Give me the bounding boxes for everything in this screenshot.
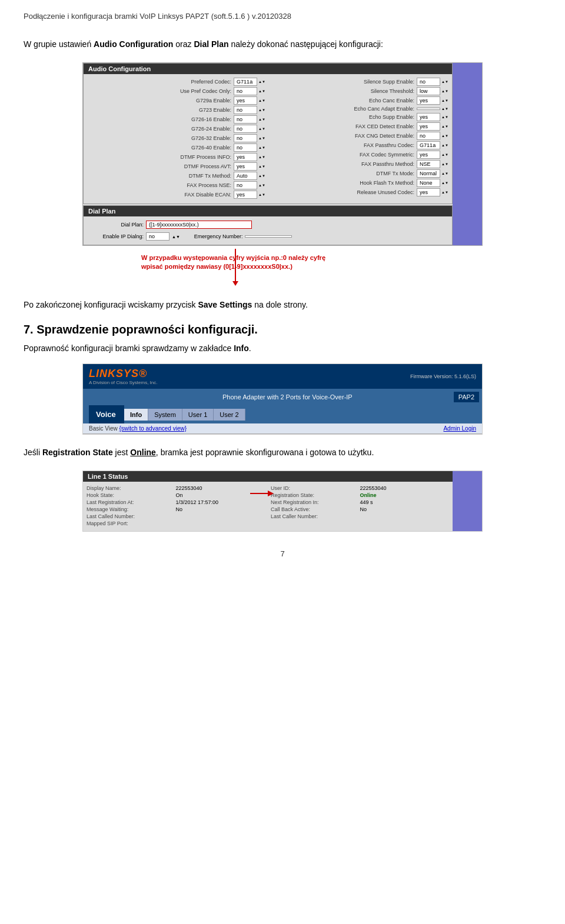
audio-right-col: Silence Supp Enable: no ▲▼ Silence Thres… bbox=[270, 78, 448, 200]
page-number: 7 bbox=[24, 549, 541, 558]
linksys-logo-block: LINKSYS® A Division of Cisco Systems, In… bbox=[89, 368, 157, 385]
line1-row: Last Caller Number: bbox=[271, 513, 449, 519]
tab-system[interactable]: System bbox=[148, 409, 182, 421]
line1-row: Display Name: 222553040 bbox=[87, 485, 265, 491]
line1-row: Last Called Number: bbox=[87, 513, 265, 519]
linksys-logo: LINKSYS® bbox=[89, 368, 147, 379]
panel-row: DTMF Process AVT: yes ▲▼ bbox=[87, 162, 265, 171]
panel-row: DTMF Process INFO: yes ▲▼ bbox=[87, 153, 265, 161]
line-status-main: Line 1 Status Display Name: 222553040 Ho… bbox=[83, 471, 453, 531]
check-config-text: Poprawność konfiguracji bramki sprawdzam… bbox=[24, 342, 541, 355]
panel-row: DTMF Tx Method: Auto ▲▼ bbox=[87, 172, 265, 180]
svg-marker-1 bbox=[268, 491, 274, 496]
line1-row: Mapped SIP Port: bbox=[87, 521, 265, 526]
panel-row: Silence Supp Enable: no ▲▼ bbox=[270, 78, 448, 86]
registration-text: Jeśli Registration State jest Online, br… bbox=[24, 446, 541, 459]
panel-row: Echo Canc Enable: yes ▲▼ bbox=[270, 96, 448, 105]
line1-left-col: Display Name: 222553040 Hook State: On L… bbox=[87, 485, 265, 528]
panel-row: G729a Enable: yes ▲▼ bbox=[87, 96, 265, 105]
blue-sidebar bbox=[453, 63, 482, 245]
line1-row: Hook State: On bbox=[87, 492, 265, 498]
save-settings-text: Po zakończonej konfiguracji wciskamy prz… bbox=[24, 299, 541, 311]
panel-row: Use Pref Codec Only: no ▲▼ bbox=[87, 87, 265, 95]
audio-config-header: Audio Configuration bbox=[84, 64, 452, 74]
annotation-area: W przypadku występowania cyfry wyjścia n… bbox=[82, 249, 483, 290]
line1-row: Last Registration At: 1/3/2012 17:57:00 bbox=[87, 499, 265, 505]
line1-panel: Line 1 Status Display Name: 222553040 Ho… bbox=[83, 471, 453, 531]
line1-header: Line 1 Status bbox=[83, 471, 453, 482]
line-status-screenshot: Line 1 Status Display Name: 222553040 Ho… bbox=[82, 471, 483, 532]
panel-row: FAX Passthru Method: NSE ▲▼ bbox=[270, 160, 448, 168]
view-bar: Basic View {switch to advanced view} Adm… bbox=[83, 423, 482, 434]
line1-right-col: User ID: 222553040 Registration State: O… bbox=[271, 485, 449, 528]
enable-ip-row: Enable IP Dialng: no ▲▼ Emergency Number… bbox=[87, 231, 448, 242]
panel-row: G726-16 Enable: no ▲▼ bbox=[87, 115, 265, 124]
dial-plan-row: Dial Plan: ([1-9]xxxxxxxxS0|xx.) bbox=[87, 219, 448, 231]
tab-user1[interactable]: User 1 bbox=[182, 409, 214, 421]
line1-body: Display Name: 222553040 Hook State: On L… bbox=[83, 482, 453, 531]
panel-row: G723 Enable: no ▲▼ bbox=[87, 106, 265, 114]
panel-row: Echo Canc Adapt Enable: ▲▼ bbox=[270, 106, 448, 112]
panel-row: G726-40 Enable: no ▲▼ bbox=[87, 144, 265, 152]
dial-plan-panel: Dial Plan Dial Plan: ([1-9]xxxxxxxxS0|xx… bbox=[83, 205, 453, 245]
registration-state-value: Online bbox=[360, 492, 450, 498]
audio-config-screenshot: Audio Configuration Preferred Codec: G71… bbox=[82, 62, 483, 246]
red-arrow-icon bbox=[250, 488, 274, 499]
panel-row: Preferred Codec: G711a ▲▼ bbox=[87, 78, 265, 86]
annotation-arrow bbox=[232, 249, 238, 286]
panel-row: G726-32 Enable: no ▲▼ bbox=[87, 134, 265, 142]
pap2-label: PAP2 bbox=[454, 392, 479, 402]
voice-label: Voice bbox=[89, 405, 124, 423]
line1-row: Call Back Active: No bbox=[271, 506, 449, 512]
product-bar: Phone Adapter with 2 Ports for Voice-Ove… bbox=[83, 389, 482, 405]
dial-plan-input: ([1-9]xxxxxxxxS0|xx.) bbox=[146, 221, 252, 229]
audio-config-panel: Audio Configuration Preferred Codec: G71… bbox=[83, 63, 453, 204]
tab-user2[interactable]: User 2 bbox=[214, 409, 245, 421]
admin-login-link[interactable]: Admin Login bbox=[443, 425, 476, 432]
panel-row: Release Unused Codec: yes ▲▼ bbox=[270, 188, 448, 196]
linksys-ui-screenshot: LINKSYS® A Division of Cisco Systems, In… bbox=[82, 363, 483, 435]
linksys-header: LINKSYS® A Division of Cisco Systems, In… bbox=[83, 364, 482, 389]
dial-plan-header: Dial Plan bbox=[84, 206, 452, 216]
panel-row: FAX CED Detect Enable: yes ▲▼ bbox=[270, 122, 448, 131]
panel-row: FAX Codec Symmetric: yes ▲▼ bbox=[270, 151, 448, 159]
audio-left-col: Preferred Codec: G711a ▲▼ Use Pref Codec… bbox=[87, 78, 265, 200]
line1-row: Registration State: Online bbox=[271, 492, 449, 498]
panel-row: FAX Passthru Codec: G711a ▲▼ bbox=[270, 141, 448, 149]
switch-view-link[interactable]: {switch to advanced view} bbox=[119, 425, 187, 432]
line-status-blue-sidebar bbox=[453, 471, 482, 531]
linksys-tabs: Info System User 1 User 2 bbox=[124, 409, 245, 421]
linksys-nav: Voice Info System User 1 User 2 bbox=[83, 405, 482, 423]
panel-row: Echo Supp Enable: yes ▲▼ bbox=[270, 113, 448, 121]
tab-info[interactable]: Info bbox=[124, 409, 148, 421]
panel-row: Hook Flash Tx Method: None ▲▼ bbox=[270, 179, 448, 187]
panel-row: FAX Disable ECAN: yes ▲▼ bbox=[87, 191, 265, 199]
page-title: Podłączenie i konfiguracja bramki VoIP L… bbox=[24, 12, 541, 21]
line1-row: Next Registration In: 449 s bbox=[271, 499, 449, 505]
line1-row: Message Waiting: No bbox=[87, 506, 265, 512]
panel-row: FAX CNG Detect Enable: no ▲▼ bbox=[270, 132, 448, 140]
panel-row: Silence Threshold: low ▲▼ bbox=[270, 87, 448, 95]
chapter-title: 7. Sprawdzenie poprawności konfiguracji. bbox=[24, 323, 541, 336]
panel-row: FAX Process NSE: no ▲▼ bbox=[87, 181, 265, 189]
panel-row: G726-24 Enable: no ▲▼ bbox=[87, 125, 265, 133]
intro-text: W grupie ustawień Audio Configuration or… bbox=[24, 38, 541, 51]
line1-row: User ID: 222553040 bbox=[271, 485, 449, 491]
panel-row: DTMF Tx Mode: Normal ▲▼ bbox=[270, 169, 448, 178]
